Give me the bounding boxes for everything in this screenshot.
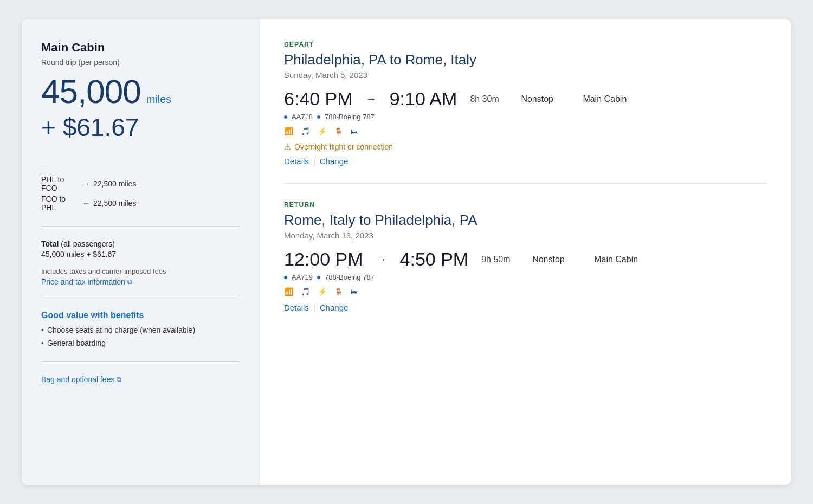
- benefit-choose-seats: Choose seats at no charge (when availabl…: [41, 326, 240, 334]
- right-panel: DEPART Philadelphia, PA to Rome, Italy S…: [260, 19, 791, 485]
- return-entertainment-icon: [301, 287, 310, 296]
- route-row-outbound: PHL to FCO → 22,500 miles: [41, 175, 240, 192]
- depart-times-row: 6:40 PM → 9:10 AM 8h 30m Nonstop Main Ca…: [284, 88, 767, 109]
- depart-aircraft: 788-Boeing 787: [325, 113, 375, 121]
- depart-amenities: [284, 126, 767, 136]
- return-tag: RETURN: [284, 201, 767, 209]
- depart-dot1: [284, 115, 287, 119]
- return-aircraft: 788-Boeing 787: [325, 273, 375, 281]
- miles-row: 45,000 miles: [41, 72, 240, 111]
- route-return-arrow: ←: [82, 199, 90, 208]
- return-arrive-time: 4:50 PM: [400, 249, 469, 270]
- depart-flight-info: AA718 788-Boeing 787: [284, 113, 767, 121]
- price-tax-link[interactable]: Price and tax information ⧉: [41, 277, 240, 286]
- bag-fees-link[interactable]: Bag and optional fees ⧉: [41, 375, 240, 384]
- depart-change-link[interactable]: Change: [320, 157, 349, 166]
- seat-icon: [334, 126, 343, 136]
- bag-fees-link-text: Bag and optional fees: [41, 375, 114, 384]
- return-cabin: Main Cabin: [594, 255, 638, 264]
- depart-action-links: Details | Change: [284, 157, 767, 166]
- depart-section: DEPART Philadelphia, PA to Rome, Italy S…: [284, 41, 767, 183]
- benefit-general-boarding-text: General boarding: [47, 339, 106, 347]
- return-times-row: 12:00 PM → 4:50 PM 9h 50m Nonstop Main C…: [284, 249, 767, 270]
- return-flat-seat-icon: [351, 287, 358, 296]
- miles-number: 45,000: [41, 72, 141, 111]
- entertainment-icon: [301, 126, 310, 136]
- route-return-miles: 22,500 miles: [93, 199, 136, 208]
- divider-4: [41, 361, 240, 362]
- return-dot1: [284, 276, 287, 279]
- miles-label: miles: [146, 93, 172, 106]
- depart-dot2: [317, 115, 320, 119]
- round-trip-label: Round trip (per person): [41, 58, 240, 67]
- bag-fees-ext-icon: ⧉: [117, 376, 121, 383]
- return-divider: |: [313, 303, 315, 312]
- return-usb-icon: [318, 287, 327, 296]
- depart-route-title: Philadelphia, PA to Rome, Italy: [284, 51, 767, 68]
- depart-cabin: Main Cabin: [583, 94, 627, 104]
- good-value-section: Good value with benefits Choose seats at…: [41, 311, 240, 352]
- return-section: RETURN Rome, Italy to Philadelphia, PA M…: [284, 183, 767, 329]
- depart-duration: 8h 30m: [470, 94, 508, 104]
- route-outbound-miles: 22,500 miles: [93, 179, 136, 188]
- flight-card: Main Cabin Round trip (per person) 45,00…: [22, 19, 791, 485]
- return-date: Monday, March 13, 2023: [284, 231, 767, 240]
- total-bold: Total: [41, 240, 59, 248]
- route-row-return: FCO to PHL ← 22,500 miles: [41, 195, 240, 212]
- return-wifi-icon: [284, 287, 293, 296]
- total-label: Total (all passengers): [41, 240, 240, 248]
- return-dot2: [317, 276, 320, 279]
- depart-depart-time: 6:40 PM: [284, 88, 353, 109]
- route-outbound-arrow: →: [82, 179, 90, 188]
- left-panel: Main Cabin Round trip (per person) 45,00…: [22, 19, 260, 485]
- overnight-warning: ⚠ Overnight flight or connection: [284, 143, 767, 151]
- price-tax-link-text: Price and tax information: [41, 277, 125, 286]
- cash-display: + $61.67: [41, 113, 139, 141]
- total-section: Total (all passengers) 45,000 miles + $6…: [41, 240, 240, 259]
- usb-icon: [318, 126, 327, 136]
- total-value: 45,000 miles + $61.67: [41, 250, 240, 259]
- return-amenities: [284, 287, 767, 296]
- return-duration: 9h 50m: [481, 255, 519, 264]
- taxes-note: Includes taxes and carrier-imposed fees: [41, 267, 240, 275]
- return-seat-icon: [334, 287, 343, 296]
- return-arrow-icon: →: [376, 253, 387, 266]
- route-return-code: FCO to PHL: [41, 195, 79, 212]
- route-outbound-code: PHL to FCO: [41, 175, 79, 192]
- overnight-warning-text: Overnight flight or connection: [294, 143, 393, 151]
- return-nonstop: Nonstop: [532, 255, 581, 264]
- warning-triangle-icon: ⚠: [284, 143, 291, 151]
- return-depart-time: 12:00 PM: [284, 249, 363, 270]
- route-table: PHL to FCO → 22,500 miles FCO to PHL ← 2…: [41, 175, 240, 214]
- depart-divider: |: [313, 157, 315, 166]
- flat-seat-icon: [351, 126, 358, 136]
- divider-1: [41, 165, 240, 165]
- depart-nonstop: Nonstop: [521, 94, 570, 104]
- return-action-links: Details | Change: [284, 303, 767, 312]
- cabin-title: Main Cabin: [41, 41, 240, 55]
- good-value-title: Good value with benefits: [41, 311, 240, 320]
- total-passengers: (all passengers): [61, 240, 115, 248]
- divider-2: [41, 226, 240, 227]
- return-route-title: Rome, Italy to Philadelphia, PA: [284, 212, 767, 229]
- cash-row: + $61.67: [41, 113, 240, 142]
- return-details-link[interactable]: Details: [284, 303, 309, 312]
- depart-details-link[interactable]: Details: [284, 157, 309, 166]
- ext-link-icon: ⧉: [127, 278, 132, 286]
- return-flight-info: AA719 788-Boeing 787: [284, 273, 767, 281]
- return-change-link[interactable]: Change: [320, 303, 349, 312]
- divider-3: [41, 296, 240, 296]
- wifi-icon: [284, 126, 293, 136]
- return-flight-number: AA719: [292, 273, 313, 281]
- depart-date: Sunday, March 5, 2023: [284, 70, 767, 80]
- depart-arrive-time: 9:10 AM: [390, 88, 457, 109]
- depart-flight-number: AA718: [292, 113, 313, 121]
- benefit-general-boarding: General boarding: [41, 339, 240, 347]
- depart-tag: DEPART: [284, 41, 767, 48]
- benefit-choose-seats-text: Choose seats at no charge (when availabl…: [47, 326, 195, 334]
- depart-arrow-icon: →: [366, 93, 377, 105]
